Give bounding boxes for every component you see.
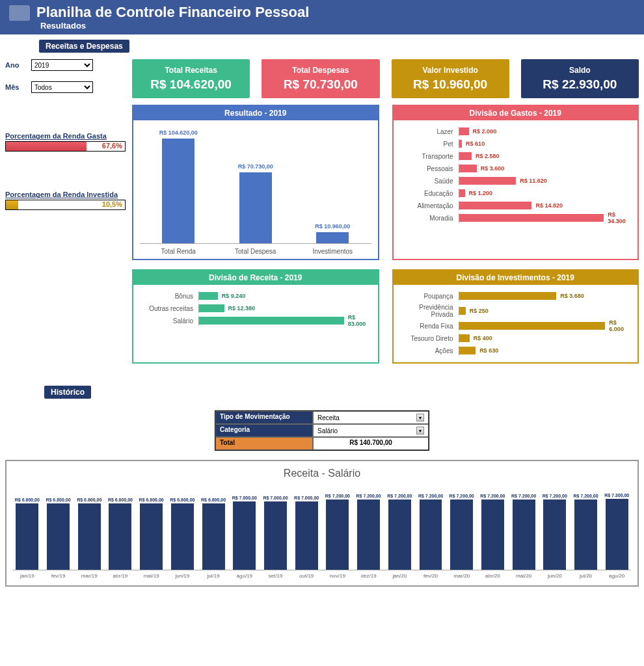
chart-historico: Receita - Salário R$ 6.800,00R$ 6.800,00…: [5, 460, 639, 587]
bar-row: AlimentaçãoR$ 14.820: [400, 201, 632, 210]
card-total-receitas: Total ReceitasR$ 104.620,00: [132, 59, 250, 98]
bar-item: R$ 70.730,00: [217, 163, 293, 243]
bar-item: R$ 7.200,00: [479, 494, 507, 570]
bar-item: R$ 7.000,00: [292, 496, 321, 570]
chart-resultado: Resultado - 2019 R$ 104.620,00R$ 70.730,…: [132, 105, 379, 260]
bar-row: EducaçãoR$ 1.200: [400, 189, 632, 198]
bar-item: R$ 6.800,00: [137, 498, 166, 570]
bar-item: R$ 7.000,00: [230, 496, 259, 570]
bar-item: R$ 104.620,00: [141, 129, 217, 244]
chevron-down-icon: ▼: [416, 414, 424, 421]
hist-total-value: R$ 140.700,00: [313, 437, 429, 450]
bar-row: LazerR$ 2.000: [400, 127, 632, 136]
bar-item: R$ 7.200,00: [385, 494, 414, 570]
bar-row: TransporteR$ 2.580: [400, 152, 632, 161]
bar-row: Outras receitasR$ 12.380: [140, 304, 371, 313]
pct-investida-bar: [6, 200, 18, 209]
bar-item: R$ 6.800,00: [13, 498, 42, 570]
pct-renda-investida: Porcentagem da Renda Investida 10,5%: [5, 191, 126, 210]
filter-mes-label: Mês: [5, 83, 25, 91]
pct-gasta-bar: [6, 142, 87, 151]
card-total-despesas: Total DespesasR$ 70.730,00: [262, 59, 379, 98]
chart-investimentos: Divisão de Investimentos - 2019 Poupança…: [392, 269, 639, 364]
bar-row: MoradiaR$ 34.300: [400, 213, 632, 222]
bar-item: R$ 7.200,00: [355, 494, 383, 570]
card-saldo: SaldoR$ 22.930,00: [521, 59, 639, 98]
historico-filters: Tipo de MovimentaçãoReceita▼ CategoriaSa…: [215, 410, 429, 451]
hist-categoria-label: Categoria: [215, 424, 313, 437]
page-title: Planilha de Controle Financeiro Pessoal: [36, 4, 309, 20]
pct-gasta-label: Porcentagem da Renda Gasta: [5, 132, 126, 140]
logo-icon: [9, 5, 30, 21]
bar-item: R$ 7.200,00: [448, 494, 476, 570]
bar-row: SalárioR$ 83.000: [140, 316, 371, 325]
chevron-down-icon: ▼: [416, 427, 424, 434]
bar-item: R$ 7.200,00: [541, 494, 569, 570]
pct-investida-value: 10,5%: [102, 200, 122, 208]
bar-item: R$ 10.960,00: [295, 223, 371, 243]
bar-row: Previdência PrivadaR$ 250: [400, 304, 632, 318]
filter-ano-select[interactable]: 2019: [31, 59, 93, 71]
header: Planilha de Controle Financeiro Pessoal …: [0, 0, 644, 34]
filter-ano-label: Ano: [5, 61, 25, 69]
chart-gastos: Divisão de Gastos - 2019 LazerR$ 2.000Pe…: [392, 105, 639, 260]
page-subtitle: Resultados: [40, 21, 635, 31]
bar-item: R$ 6.800,00: [44, 498, 73, 570]
card-valor-investido: Valor InvestidoR$ 10.960,00: [392, 59, 509, 98]
filter-mes-select[interactable]: Todos: [31, 81, 93, 93]
pct-investida-label: Porcentagem da Renda Investida: [5, 191, 126, 198]
pct-renda-gasta: Porcentagem da Renda Gasta 67,6%: [5, 132, 126, 152]
bar-item: R$ 7.200,00: [509, 494, 538, 570]
bar-row: AçõesR$ 630: [400, 346, 632, 355]
hist-tipo-label: Tipo de Movimentação: [215, 411, 313, 424]
bar-row: SaúdeR$ 11.620: [400, 176, 632, 185]
bar-item: R$ 7.200,00: [572, 494, 600, 570]
pct-gasta-value: 67,6%: [102, 142, 122, 150]
bar-row: PetR$ 610: [400, 139, 632, 148]
hist-tipo-select[interactable]: Receita▼: [313, 411, 429, 424]
section-historico: Histórico: [44, 386, 91, 399]
bar-item: R$ 6.800,00: [106, 498, 135, 570]
hist-categoria-select[interactable]: Salário▼: [313, 424, 429, 437]
bar-item: R$ 7.000,00: [262, 496, 290, 570]
sidebar: Ano 2019 Mês Todos Porcentagem da Renda …: [5, 59, 126, 373]
bar-item: R$ 7.200,00: [323, 494, 352, 570]
hist-total-label: Total: [215, 437, 313, 450]
chart-receita: Divisão de Receita - 2019 BônusR$ 9.240O…: [132, 269, 379, 364]
bar-item: R$ 6.800,00: [75, 498, 103, 570]
bar-item: R$ 6.800,00: [168, 498, 197, 570]
bar-item: R$ 7.200,00: [416, 494, 445, 570]
bar-row: BônusR$ 9.240: [140, 291, 371, 300]
bar-row: Renda FixaR$ 6.000: [400, 321, 632, 330]
bar-row: Tesouro DiretoR$ 400: [400, 334, 632, 343]
bar-item: R$ 6.800,00: [199, 498, 228, 570]
bar-row: PoupançaR$ 3.680: [400, 291, 632, 300]
bar-item: R$ 7.300,00: [602, 493, 631, 570]
bar-row: PessoaisR$ 3.600: [400, 164, 632, 173]
section-receitas-despesas: Receitas e Despesas: [39, 40, 129, 53]
